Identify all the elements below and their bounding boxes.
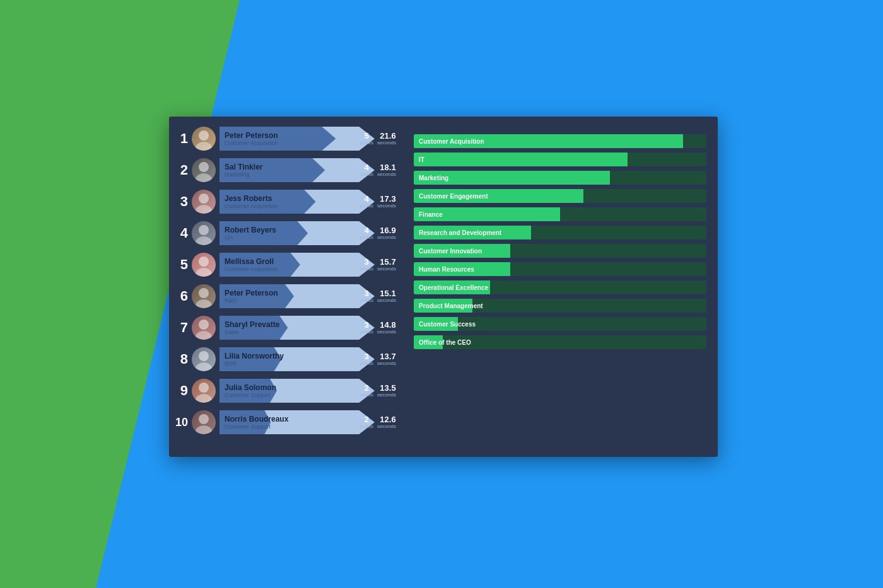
leaderboard-row: 1 Peter PetersonCustomer Acquisition5poi…: [169, 123, 402, 154]
person-name: Peter Peterson: [225, 289, 359, 297]
points-block: 4points: [359, 163, 375, 177]
points-block: 2points: [359, 415, 375, 429]
svg-point-19: [196, 425, 212, 434]
leaderboard-row: 7 Sharyl PrevatteSales3points14.8seconds: [169, 312, 402, 343]
dept-bar-label: Customer Engagement: [419, 193, 488, 200]
points-block: 4points: [359, 195, 375, 209]
seconds-value: 13.7: [380, 352, 395, 360]
svg-point-4: [199, 193, 209, 204]
person-name: Jess Roberts: [225, 194, 359, 203]
dept-bar-label: Research and Development: [419, 229, 501, 236]
seconds-value: 13.5: [380, 384, 395, 392]
seconds-block: 12.6seconds: [375, 415, 399, 429]
leaderboard-row: 3 Jess RobertsCustomer Acquisition4point…: [169, 186, 402, 217]
dept-bar-track: Office of the CEO: [414, 335, 706, 349]
leaderboard-row: 2 Sal TinklerMarketing4points18.1seconds: [169, 154, 402, 186]
score-bar: Julia SolomonCustomer Support2points: [219, 379, 375, 403]
points-label: points: [360, 329, 373, 335]
seconds-value: 15.1: [380, 289, 395, 297]
score-bar: Mellissa GrollCustomer Acquisition3point…: [219, 253, 375, 277]
seconds-block: 13.7seconds: [375, 352, 399, 366]
seconds-label: seconds: [377, 424, 396, 429]
points-value: 3: [365, 289, 369, 297]
svg-point-9: [196, 268, 212, 277]
dept-bar-row: Product Management: [414, 297, 706, 314]
points-block: 4points: [359, 226, 375, 240]
points-block: 2points: [359, 384, 375, 398]
dept-bar-label: Customer Success: [419, 321, 476, 328]
person-dept: QA: [225, 234, 359, 241]
score-bar: Peter PetersonCustomer Acquisition5point…: [219, 127, 375, 151]
leaderboard-row: 6 Peter PetersonR&D3points15.1seconds: [169, 280, 402, 312]
svg-point-16: [199, 383, 209, 393]
points-label: points: [360, 297, 373, 303]
dept-bar-track: IT: [414, 153, 706, 166]
person-info: Peter PetersonCustomer Acquisition: [219, 131, 359, 146]
seconds-value: 18.1: [380, 163, 395, 171]
dept-bar-track: Customer Innovation: [414, 244, 706, 258]
avatar: [192, 221, 216, 245]
points-value: 5: [365, 132, 369, 140]
seconds-label: seconds: [377, 203, 396, 209]
person-name: Lilia Norsworthy: [225, 352, 359, 360]
svg-point-3: [196, 173, 212, 182]
seconds-block: 15.7seconds: [375, 258, 399, 272]
svg-point-7: [196, 236, 212, 245]
seconds-block: 15.1seconds: [375, 289, 399, 303]
points-value: 4: [365, 226, 369, 234]
seconds-value: 14.8: [380, 321, 395, 329]
points-label: points: [360, 140, 373, 146]
avatar: [192, 158, 216, 182]
avatar: [192, 253, 216, 277]
person-name: Peter Peterson: [225, 131, 359, 140]
dept-bar-label: Customer Acquisition: [419, 138, 484, 145]
svg-point-0: [199, 130, 209, 141]
dept-bar-track: Product Management: [414, 299, 706, 313]
svg-point-5: [196, 205, 212, 214]
dept-bar-label: Operational Excellence: [419, 284, 488, 291]
score-bar: Robert BeyersQA4points: [219, 221, 375, 245]
dept-bar-row: Customer Innovation: [414, 243, 706, 259]
leaderboard-row: 10 Norris BoudreauxCustomer Support2poin…: [169, 406, 402, 438]
person-info: Sal TinklerMarketing: [219, 163, 359, 178]
dept-bar-row: Customer Acquisition: [414, 133, 706, 149]
person-info: Sharyl PrevatteSales: [219, 320, 359, 335]
seconds-label: seconds: [377, 297, 396, 303]
points-block: 3points: [359, 321, 375, 335]
seconds-label: seconds: [377, 171, 396, 177]
seconds-block: 14.8seconds: [375, 321, 399, 335]
avatar: [192, 379, 216, 403]
leaderboard-row: 9 Julia SolomonCustomer Support2points13…: [169, 375, 402, 406]
points-block: 3points: [359, 258, 375, 272]
seconds-label: seconds: [377, 360, 396, 366]
avatar: [192, 347, 216, 371]
seconds-block: 21.6seconds: [375, 132, 399, 146]
seconds-block: 17.3seconds: [375, 195, 399, 209]
seconds-value: 16.9: [380, 226, 395, 234]
avatar: [192, 410, 216, 434]
leaderboard-row: 5 Mellissa GrollCustomer Acquisition3poi…: [169, 249, 402, 280]
dept-bar-row: Research and Development: [414, 224, 706, 241]
points-value: 2: [365, 415, 369, 424]
dept-bar-track: Human Resources: [414, 262, 706, 276]
points-label: points: [360, 360, 373, 366]
person-dept: Customer Support: [225, 424, 359, 430]
person-name: Sal Tinkler: [225, 163, 359, 171]
dept-bar-label: Product Management: [419, 303, 483, 309]
points-value: 4: [365, 195, 369, 203]
dept-bar-track: Research and Development: [414, 226, 706, 239]
score-bar: Lilia NorsworthyBDR3points: [219, 347, 375, 371]
rank-number: 8: [169, 351, 192, 367]
rank-number: 4: [169, 225, 192, 241]
department-bars: Customer AcquisitionITMarketingCustomer …: [414, 133, 706, 449]
person-info: Norris BoudreauxCustomer Support: [219, 415, 359, 430]
points-value: 3: [365, 321, 369, 329]
dept-bar-row: Office of the CEO: [414, 334, 706, 350]
dept-bar-track: Customer Success: [414, 317, 706, 331]
leaderboard-row: 8 Lilia NorsworthyBDR3points13.7seconds: [169, 343, 402, 375]
dept-bar-track: Marketing: [414, 171, 706, 185]
score-bar: Norris BoudreauxCustomer Support2points: [219, 410, 375, 434]
rank-number: 10: [169, 416, 192, 429]
dept-bar-track: Finance: [414, 207, 706, 221]
dept-bar-label: Office of the CEO: [419, 339, 471, 346]
